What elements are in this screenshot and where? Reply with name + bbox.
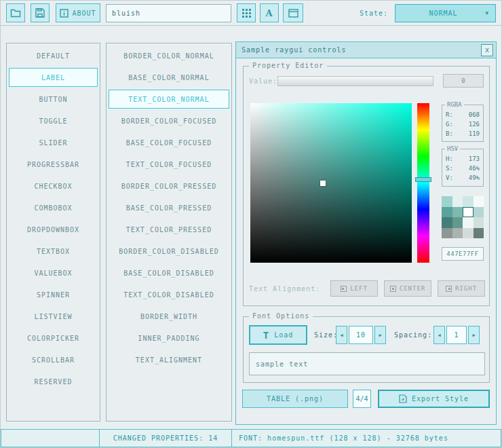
control-item[interactable]: TOGGLE [9, 111, 98, 130]
property-item[interactable]: TEXT_COLOR_DISABLED [109, 285, 229, 304]
g-label: G: [446, 119, 453, 129]
pages-value-box[interactable]: 4/4 [353, 390, 371, 408]
control-item[interactable]: VALUEBOX [9, 263, 98, 282]
rgba-label: RGBA [445, 101, 464, 108]
property-item[interactable]: BORDER_COLOR_PRESSED [109, 176, 229, 195]
control-item[interactable]: DROPDOWNBOX [9, 220, 98, 239]
close-button[interactable]: x [481, 44, 493, 56]
control-item-selected[interactable]: LABEL [9, 68, 98, 87]
property-item-selected[interactable]: TEXT_COLOR_NORMAL [109, 90, 229, 109]
v-label: V: [446, 173, 453, 183]
size-increment-button[interactable]: ▶ [374, 326, 386, 344]
color-picker-panel[interactable] [250, 103, 412, 263]
color-swatch[interactable] [463, 228, 474, 239]
property-item[interactable]: BASE_COLOR_NORMAL [109, 68, 229, 87]
color-swatch[interactable] [452, 196, 463, 207]
style-table-button[interactable] [237, 3, 256, 22]
align-left-button[interactable]: LEFT [330, 280, 378, 297]
test-window-button[interactable] [283, 3, 303, 22]
hsv-panel: HSV H: 173 S: 46% V: 49% [442, 149, 484, 187]
sample-text-box[interactable]: sample text [249, 352, 485, 375]
control-item[interactable]: DEFAULT [9, 46, 98, 65]
size-value-box[interactable]: 10 [349, 326, 373, 344]
font-t-icon: T [263, 330, 269, 341]
color-swatch[interactable] [474, 207, 484, 218]
property-item[interactable]: BORDER_COLOR_FOCUSED [109, 111, 229, 130]
color-swatch[interactable] [474, 228, 484, 239]
property-item[interactable]: BASE_COLOR_DISABLED [109, 263, 229, 282]
color-swatch[interactable] [452, 217, 463, 228]
v-value: 49% [469, 173, 480, 183]
control-item[interactable]: COMBOBOX [9, 198, 98, 217]
sample-window-titlebar[interactable]: Sample raygui controls x [236, 42, 496, 58]
spacing-decrement-button[interactable]: ◀ [433, 326, 445, 344]
align-right-button[interactable]: RIGHT [438, 280, 485, 297]
rgba-b-row: B: 119 [446, 129, 480, 138]
color-swatch[interactable] [463, 196, 474, 207]
window-icon [288, 9, 298, 18]
value-label: Value: [249, 77, 277, 85]
color-swatch[interactable] [452, 228, 463, 239]
color-swatch-selected[interactable] [463, 207, 474, 218]
color-swatch[interactable] [463, 217, 474, 228]
control-item[interactable]: SPINNER [9, 285, 98, 304]
hue-slider[interactable] [417, 103, 429, 263]
font-atlas-button[interactable]: A [260, 3, 279, 22]
control-item[interactable]: COLORPICKER [9, 329, 98, 348]
export-style-button[interactable]: Export Style [378, 390, 490, 408]
load-font-button[interactable]: T Load [249, 325, 307, 345]
color-picker-cursor[interactable] [320, 181, 326, 186]
style-color-grid [442, 196, 484, 238]
control-item[interactable]: SLIDER [9, 133, 98, 152]
color-swatch[interactable] [442, 207, 452, 218]
export-icon [399, 394, 407, 403]
value-slider[interactable] [277, 76, 433, 86]
color-swatch[interactable] [442, 196, 452, 207]
spacing-value-box[interactable]: 1 [446, 326, 467, 344]
property-item[interactable]: BASE_COLOR_FOCUSED [109, 133, 229, 152]
export-format-dropdown[interactable]: TABLE (.png) [242, 390, 348, 408]
spacing-increment-button[interactable]: ▶ [468, 326, 480, 344]
open-style-button[interactable] [6, 3, 25, 22]
b-label: B: [446, 129, 453, 138]
save-style-button[interactable] [31, 3, 50, 22]
color-swatch[interactable] [452, 207, 463, 218]
about-button[interactable]: ABOUT [56, 3, 100, 22]
control-item[interactable]: BUTTON [9, 90, 98, 109]
color-swatch[interactable] [442, 217, 452, 228]
color-swatch[interactable] [474, 217, 484, 228]
property-item[interactable]: INNER_PADDING [109, 329, 229, 348]
control-item[interactable]: SCROLLBAR [9, 350, 98, 369]
control-item[interactable]: RESERVED [9, 372, 98, 391]
size-decrement-button[interactable]: ◀ [336, 326, 347, 344]
state-dropdown[interactable]: NORMAL ▼ [395, 4, 496, 22]
property-item[interactable]: BASE_COLOR_PRESSED [109, 198, 229, 217]
hue-slider-handle[interactable] [415, 177, 431, 182]
g-value: 126 [469, 119, 480, 129]
property-item[interactable]: BORDER_WIDTH [109, 307, 229, 326]
control-item[interactable]: PROGRESSBAR [9, 155, 98, 174]
value-button[interactable]: 0 [443, 74, 484, 88]
control-item[interactable]: LISTVIEW [9, 307, 98, 326]
color-swatch[interactable] [442, 228, 452, 239]
align-center-icon [390, 286, 396, 292]
sample-controls-window: Sample raygui controls x Property Editor… [235, 41, 497, 425]
color-swatch[interactable] [474, 196, 484, 207]
h-label: H: [446, 154, 453, 164]
property-item[interactable]: TEXT_COLOR_PRESSED [109, 220, 229, 239]
controls-list: DEFAULT LABEL BUTTON TOGGLE SLIDER PROGR… [6, 43, 100, 422]
chevron-right-icon: ▶ [472, 333, 475, 338]
style-name-input[interactable] [106, 4, 231, 22]
hex-value-box[interactable]: 447E77FF [442, 247, 484, 261]
control-item[interactable]: TEXTBOX [9, 242, 98, 261]
property-item[interactable]: TEXT_ALIGNMENT [109, 350, 229, 369]
property-item[interactable]: BORDER_COLOR_DISABLED [109, 242, 229, 261]
control-item[interactable]: CHECKBOX [9, 176, 98, 195]
property-editor-group: Property Editor Value: 0 RGBA R: 068 G: … [243, 66, 490, 306]
align-center-button[interactable]: CENTER [384, 280, 431, 297]
property-item[interactable]: BORDER_COLOR_NORMAL [109, 46, 229, 65]
hsv-h-row: H: 173 [446, 154, 480, 164]
property-item[interactable]: TEXT_COLOR_FOCUSED [109, 155, 229, 174]
save-icon [35, 8, 45, 18]
info-icon [60, 9, 69, 18]
